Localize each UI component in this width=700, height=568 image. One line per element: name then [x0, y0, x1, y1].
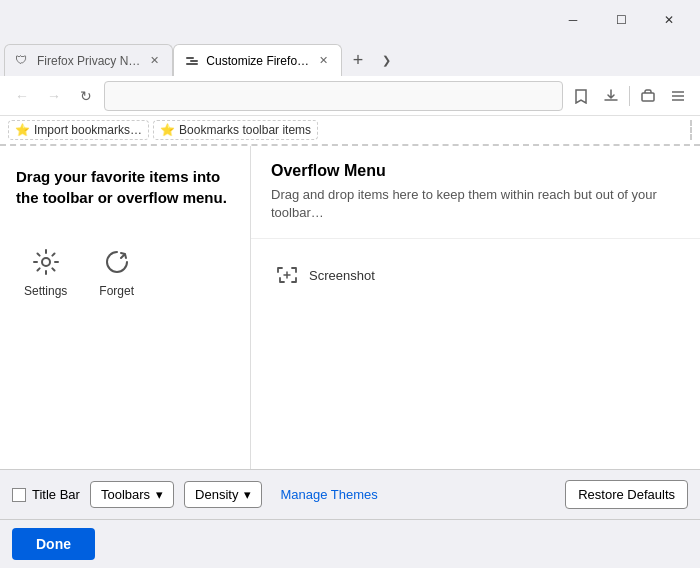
toolbar-item-forget[interactable]: Forget	[91, 238, 142, 306]
bookmark-import-icon: ⭐	[15, 123, 30, 137]
svg-rect-2	[190, 60, 198, 62]
bookmark-toolbar-icon: ⭐	[160, 123, 175, 137]
extensions-button[interactable]	[634, 82, 662, 110]
title-bar-checkbox-label[interactable]: Title Bar	[12, 487, 80, 502]
overflow-panel: Overflow Menu Drag and drop items here t…	[250, 146, 700, 469]
bookmark-toolbar-label: Bookmarks toolbar items	[179, 123, 311, 137]
title-bar: ─ ☐ ✕	[0, 0, 700, 40]
title-bar-checkbox[interactable]	[12, 488, 26, 502]
nav-right-buttons	[567, 82, 692, 110]
nav-bar: ← → ↻	[0, 76, 700, 116]
menu-button[interactable]	[664, 82, 692, 110]
tab-overflow-button[interactable]: ❯	[374, 44, 398, 76]
done-bar: Done	[0, 519, 700, 568]
tab-close-privacy[interactable]: ✕	[146, 53, 162, 69]
tab-label-customize: Customize Firefo…	[206, 54, 309, 68]
minimize-button[interactable]: ─	[550, 5, 596, 35]
back-button[interactable]: ←	[8, 82, 36, 110]
forget-icon	[101, 246, 133, 278]
toolbars-label: Toolbars	[101, 487, 150, 502]
svg-rect-1	[186, 57, 194, 59]
screenshot-label: Screenshot	[309, 268, 375, 283]
tab-icon-customize	[184, 53, 200, 69]
bookmark-import[interactable]: ⭐ Import bookmarks…	[8, 120, 149, 140]
forget-label: Forget	[99, 284, 134, 298]
left-panel-title: Drag your favorite items into the toolba…	[16, 166, 234, 208]
bookmarks-bar: ⭐ Import bookmarks… ⭐ Bookmarks toolbar …	[0, 116, 700, 146]
title-bar-label: Title Bar	[32, 487, 80, 502]
density-dropdown[interactable]: Density ▾	[184, 481, 262, 508]
download-button[interactable]	[597, 82, 625, 110]
restore-defaults-button[interactable]: Restore Defaults	[565, 480, 688, 509]
toolbar-item-settings[interactable]: Settings	[16, 238, 75, 306]
overflow-description: Drag and drop items here to keep them wi…	[271, 186, 680, 222]
bottom-bar: Title Bar Toolbars ▾ Density ▾ Manage Th…	[0, 469, 700, 519]
maximize-button[interactable]: ☐	[598, 5, 644, 35]
toolbars-chevron: ▾	[156, 487, 163, 502]
done-button[interactable]: Done	[12, 528, 95, 560]
close-button[interactable]: ✕	[646, 5, 692, 35]
nav-separator	[629, 86, 630, 106]
url-bar[interactable]	[104, 81, 563, 111]
settings-label: Settings	[24, 284, 67, 298]
overflow-item-screenshot[interactable]: Screenshot	[267, 255, 684, 295]
density-label: Density	[195, 487, 238, 502]
overflow-title: Overflow Menu	[271, 162, 680, 180]
tab-icon-privacy: 🛡	[15, 53, 31, 69]
overflow-header: Overflow Menu Drag and drop items here t…	[251, 146, 700, 239]
customize-main: Drag your favorite items into the toolba…	[0, 146, 700, 469]
manage-themes-button[interactable]: Manage Themes	[272, 483, 385, 506]
forward-button[interactable]: →	[40, 82, 68, 110]
bookmark-import-label: Import bookmarks…	[34, 123, 142, 137]
svg-point-7	[42, 258, 50, 266]
overflow-items: Screenshot	[251, 239, 700, 469]
bookmark-toolbar-items[interactable]: ⭐ Bookmarks toolbar items	[153, 120, 318, 140]
tab-close-customize[interactable]: ✕	[315, 53, 331, 69]
density-chevron: ▾	[244, 487, 251, 502]
settings-icon	[30, 246, 62, 278]
left-panel: Drag your favorite items into the toolba…	[0, 146, 250, 469]
svg-rect-0	[186, 63, 198, 65]
toolbars-dropdown[interactable]: Toolbars ▾	[90, 481, 174, 508]
tab-label-privacy: Firefox Privacy N…	[37, 54, 140, 68]
bookmarks-bar-right-edge	[690, 120, 692, 140]
refresh-button[interactable]: ↻	[72, 82, 100, 110]
window-controls: ─ ☐ ✕	[550, 5, 692, 35]
new-tab-button[interactable]: +	[342, 44, 374, 76]
tab-customize[interactable]: Customize Firefo… ✕	[173, 44, 342, 76]
tab-bar: 🛡 Firefox Privacy N… ✕ Customize Firefo……	[0, 40, 700, 76]
tab-firefox-privacy[interactable]: 🛡 Firefox Privacy N… ✕	[4, 44, 173, 76]
bookmark-button[interactable]	[567, 82, 595, 110]
screenshot-icon	[275, 263, 299, 287]
svg-rect-3	[642, 93, 654, 101]
